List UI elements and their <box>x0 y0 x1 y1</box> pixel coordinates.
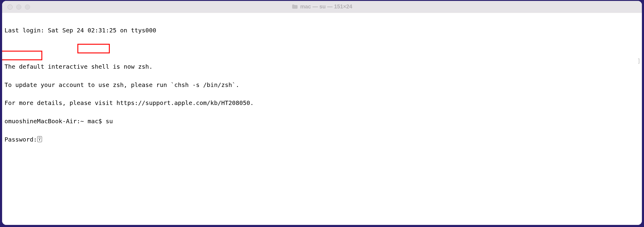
window-title-text: mac — su — 151×24 <box>300 4 352 10</box>
terminal-line: The default interactive shell is now zsh… <box>4 64 640 70</box>
terminal-content[interactable]: Last login: Sat Sep 24 02:31:25 on ttys0… <box>2 13 642 225</box>
terminal-password-line: Password: <box>4 136 640 142</box>
annotation-box <box>2 51 42 60</box>
titlebar: mac — su — 151×24 <box>2 1 642 13</box>
zoom-button[interactable] <box>25 4 30 10</box>
close-button[interactable] <box>7 4 13 10</box>
traffic-lights <box>2 4 30 10</box>
window-title: mac — su — 151×24 <box>292 4 352 10</box>
terminal-prompt-line: omuoshineMacBook-Air:~ mac$ su <box>4 118 640 124</box>
password-label: Password: <box>4 136 37 143</box>
terminal-window: mac — su — 151×24 Last login: Sat Sep 24… <box>2 1 642 225</box>
scroll-indicator: ] <box>637 58 641 64</box>
terminal-line: To update your account to use zsh, pleas… <box>4 82 640 88</box>
key-icon <box>37 136 42 142</box>
minimize-button[interactable] <box>16 4 21 10</box>
terminal-line: For more details, please visit https://s… <box>4 100 640 106</box>
terminal-line: Last login: Sat Sep 24 02:31:25 on ttys0… <box>4 27 640 34</box>
folder-icon <box>292 4 298 9</box>
terminal-line <box>4 46 640 52</box>
